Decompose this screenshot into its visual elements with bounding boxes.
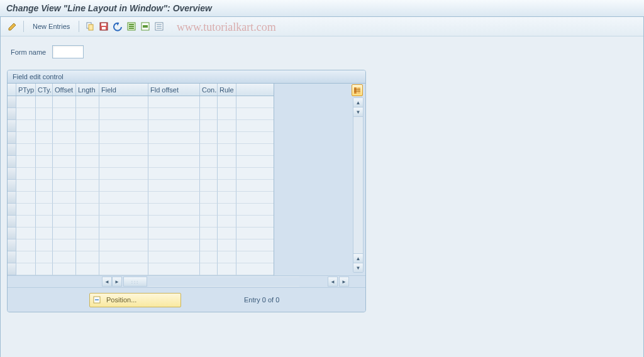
- table-cell[interactable]: [16, 132, 36, 144]
- table-cell[interactable]: [99, 144, 148, 156]
- table-cell[interactable]: [8, 251, 16, 263]
- table-cell[interactable]: [148, 192, 200, 204]
- table-cell[interactable]: [99, 156, 148, 168]
- table-cell[interactable]: [99, 168, 148, 180]
- new-entries-button[interactable]: New Entries: [29, 21, 74, 31]
- table-cell[interactable]: [76, 132, 99, 144]
- header-selector[interactable]: [8, 84, 16, 96]
- vertical-scrollbar[interactable]: ▲ ▼ ▲ ▼: [353, 97, 364, 273]
- table-cell[interactable]: [36, 120, 53, 132]
- table-cell[interactable]: [16, 120, 36, 132]
- table-cell[interactable]: [36, 168, 53, 180]
- table-row[interactable]: [8, 180, 274, 192]
- table-cell[interactable]: [148, 228, 200, 239]
- scroll-right-end-icon[interactable]: ►: [339, 277, 349, 287]
- table-row[interactable]: [8, 96, 274, 108]
- table-cell[interactable]: [200, 96, 218, 108]
- table-cell[interactable]: [236, 132, 274, 144]
- table-cell[interactable]: [218, 120, 236, 132]
- table-cell[interactable]: [200, 132, 218, 144]
- table-cell[interactable]: [8, 96, 16, 108]
- table-row[interactable]: [8, 204, 274, 216]
- table-cell[interactable]: [8, 168, 16, 180]
- table-cell[interactable]: [16, 168, 36, 180]
- table-cell[interactable]: [76, 156, 99, 168]
- table-cell[interactable]: [148, 216, 200, 228]
- header-con[interactable]: Con.: [200, 84, 218, 96]
- table-cell[interactable]: [8, 228, 16, 239]
- table-settings-button[interactable]: [352, 84, 363, 96]
- table-cell[interactable]: [99, 216, 148, 228]
- table-cell[interactable]: [218, 239, 236, 251]
- table-cell[interactable]: [236, 156, 274, 168]
- table-cell[interactable]: [200, 216, 218, 228]
- table-cell[interactable]: [53, 168, 76, 180]
- table-cell[interactable]: [148, 168, 200, 180]
- table-cell[interactable]: [218, 168, 236, 180]
- table-cell[interactable]: [148, 96, 200, 108]
- table-cell[interactable]: [8, 180, 16, 192]
- copy-icon[interactable]: [84, 21, 96, 32]
- table-cell[interactable]: [8, 216, 16, 228]
- table-cell[interactable]: [218, 96, 236, 108]
- table-row[interactable]: [8, 168, 274, 180]
- table-cell[interactable]: [218, 263, 236, 275]
- table-cell[interactable]: [36, 228, 53, 239]
- table-cell[interactable]: [8, 156, 16, 168]
- table-cell[interactable]: [236, 192, 274, 204]
- table-cell[interactable]: [16, 192, 36, 204]
- table-cell[interactable]: [200, 204, 218, 216]
- table-cell[interactable]: [53, 192, 76, 204]
- table-cell[interactable]: [99, 192, 148, 204]
- table-cell[interactable]: [99, 204, 148, 216]
- table-cell[interactable]: [36, 192, 53, 204]
- table-cell[interactable]: [200, 120, 218, 132]
- table-cell[interactable]: [200, 228, 218, 239]
- scroll-up-step-icon[interactable]: ▼: [353, 107, 363, 117]
- table-cell[interactable]: [218, 204, 236, 216]
- table-cell[interactable]: [8, 204, 16, 216]
- table-row[interactable]: [8, 156, 274, 168]
- table-cell[interactable]: [53, 156, 76, 168]
- table-cell[interactable]: [99, 263, 148, 275]
- table-row[interactable]: [8, 108, 274, 120]
- table-cell[interactable]: [236, 120, 274, 132]
- table-cell[interactable]: [236, 168, 274, 180]
- table-cell[interactable]: [200, 239, 218, 251]
- table-row[interactable]: [8, 216, 274, 228]
- table-cell[interactable]: [148, 156, 200, 168]
- table-cell[interactable]: [200, 168, 218, 180]
- table-cell[interactable]: [16, 228, 36, 239]
- table-cell[interactable]: [99, 132, 148, 144]
- table-row[interactable]: [8, 144, 274, 156]
- select-all-icon[interactable]: [126, 21, 137, 32]
- table-cell[interactable]: [218, 216, 236, 228]
- table-cell[interactable]: [16, 239, 36, 251]
- table-cell[interactable]: [53, 96, 76, 108]
- table-cell[interactable]: [200, 180, 218, 192]
- table-cell[interactable]: [53, 263, 76, 275]
- table-row[interactable]: [8, 263, 274, 275]
- table-cell[interactable]: [200, 108, 218, 120]
- table-cell[interactable]: [16, 156, 36, 168]
- table-cell[interactable]: [148, 120, 200, 132]
- table-cell[interactable]: [16, 251, 36, 263]
- table-cell[interactable]: [76, 216, 99, 228]
- undo-icon[interactable]: [112, 21, 123, 32]
- save-icon[interactable]: [98, 21, 109, 32]
- table-cell[interactable]: [99, 108, 148, 120]
- table-cell[interactable]: [8, 263, 16, 275]
- deselect-all-icon[interactable]: [153, 21, 165, 32]
- table-cell[interactable]: [36, 239, 53, 251]
- table-cell[interactable]: [53, 120, 76, 132]
- table-row[interactable]: [8, 228, 274, 239]
- table-row[interactable]: [8, 120, 274, 132]
- form-name-input[interactable]: [52, 45, 84, 58]
- table-cell[interactable]: [218, 144, 236, 156]
- table-cell[interactable]: [76, 144, 99, 156]
- table-grid[interactable]: PTyp CTy. Offset Lngth Field Fld offset …: [8, 84, 274, 275]
- table-cell[interactable]: [200, 192, 218, 204]
- scroll-left-icon[interactable]: ◄: [102, 277, 112, 287]
- table-cell[interactable]: [36, 132, 53, 144]
- table-cell[interactable]: [200, 144, 218, 156]
